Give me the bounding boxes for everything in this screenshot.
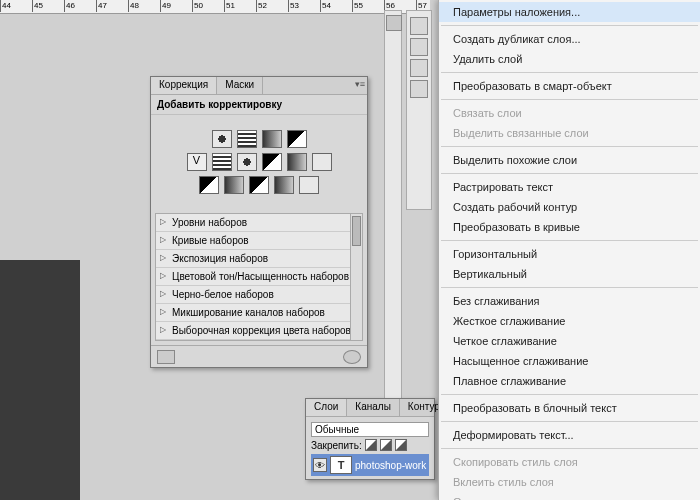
tab-layers[interactable]: Слои (306, 399, 347, 416)
panel-tabs: Коррекция Маски ▾≡ (151, 77, 367, 95)
ruler-tick: 45 (32, 0, 64, 12)
menu-item[interactable]: Без сглаживания (439, 291, 700, 311)
photo-filter-icon[interactable] (287, 153, 307, 171)
adjustments-panel: Коррекция Маски ▾≡ Добавить корректировк… (150, 76, 368, 368)
menu-item[interactable]: Преобразовать в кривые (439, 217, 700, 237)
preset-item[interactable]: Микширование каналов наборов (156, 304, 362, 322)
lock-all-icon[interactable] (395, 439, 407, 451)
history-icon[interactable] (410, 38, 428, 56)
menu-separator (441, 25, 698, 26)
curves-icon[interactable] (262, 130, 282, 148)
horizontal-ruler: 444546474849505152535455565758 (0, 0, 430, 14)
menu-separator (441, 394, 698, 395)
right-tool-strip-wide (406, 10, 432, 210)
levels-icon[interactable] (237, 130, 257, 148)
menu-item[interactable]: Четкое сглаживание (439, 331, 700, 351)
menu-item: Скопировать стиль слоя (439, 452, 700, 472)
selective-color-icon[interactable] (299, 176, 319, 194)
menu-item: Связать слои (439, 103, 700, 123)
layers-panel: Слои Каналы Контур Обычные Закрепить: 👁 … (305, 398, 435, 480)
brushes-icon[interactable] (410, 80, 428, 98)
menu-item: Очистить стиль слоя (439, 492, 700, 500)
preset-item[interactable]: Черно-белое наборов (156, 286, 362, 304)
menu-separator (441, 72, 698, 73)
vibrance-icon[interactable]: V (187, 153, 207, 171)
balance-icon[interactable] (237, 153, 257, 171)
menu-item[interactable]: Создать дубликат слоя... (439, 29, 700, 49)
visibility-eye-icon[interactable]: 👁 (313, 458, 327, 472)
menu-separator (441, 146, 698, 147)
blend-mode-select[interactable]: Обычные (311, 422, 429, 437)
tab-correction[interactable]: Коррекция (151, 77, 217, 94)
ruler-tick: 53 (288, 0, 320, 12)
ruler-tick: 54 (320, 0, 352, 12)
menu-separator (441, 287, 698, 288)
menu-item[interactable]: Деформировать текст... (439, 425, 700, 445)
ruler-tick: 50 (192, 0, 224, 12)
menu-item[interactable]: Горизонтальный (439, 244, 700, 264)
menu-item[interactable]: Удалить слой (439, 49, 700, 69)
ruler-tick: 44 (0, 0, 32, 12)
ruler-tick: 49 (160, 0, 192, 12)
lock-pixels-icon[interactable] (365, 439, 377, 451)
lock-position-icon[interactable] (380, 439, 392, 451)
ruler-tick: 55 (352, 0, 384, 12)
menu-separator (441, 99, 698, 100)
preset-scrollbar[interactable] (350, 214, 362, 340)
ruler-tick: 52 (256, 0, 288, 12)
invert-icon[interactable] (199, 176, 219, 194)
panel-subtitle: Добавить корректировку (151, 95, 367, 115)
ruler-tick: 46 (64, 0, 96, 12)
ruler-tick: 47 (96, 0, 128, 12)
menu-item[interactable]: Вертикальный (439, 264, 700, 284)
menu-separator (441, 421, 698, 422)
layer-name: photoshop-work (355, 460, 426, 471)
menu-item: Выделить связанные слои (439, 123, 700, 143)
menu-item[interactable]: Жесткое сглаживание (439, 311, 700, 331)
ruler-tick: 51 (224, 0, 256, 12)
tab-channels[interactable]: Каналы (347, 399, 400, 416)
menu-item[interactable]: Растрировать текст (439, 177, 700, 197)
menu-item: Вклеить стиль слоя (439, 472, 700, 492)
preset-item[interactable]: Уровни наборов (156, 214, 362, 232)
ruler-tick: 48 (128, 0, 160, 12)
layer-context-menu: Параметры наложения...Создать дубликат с… (438, 0, 700, 500)
adjustment-icon-grid: V (151, 115, 367, 209)
layer-row[interactable]: 👁 T photoshop-work (311, 454, 429, 476)
strip-icon[interactable] (386, 15, 402, 31)
document-area (0, 260, 80, 500)
posterize-icon[interactable] (224, 176, 244, 194)
swatches-icon[interactable] (410, 59, 428, 77)
menu-item[interactable]: Параметры наложения... (439, 2, 700, 22)
preset-item[interactable]: Кривые наборов (156, 232, 362, 250)
gradient-map-icon[interactable] (274, 176, 294, 194)
menu-item[interactable]: Насыщенное сглаживание (439, 351, 700, 371)
hue-icon[interactable] (212, 153, 232, 171)
menu-separator (441, 448, 698, 449)
footer-icon-left[interactable] (157, 350, 175, 364)
menu-item[interactable]: Создать рабочий контур (439, 197, 700, 217)
brightness-icon[interactable] (212, 130, 232, 148)
footer-icon-right[interactable] (343, 350, 361, 364)
panel-menu-icon[interactable]: ▾≡ (355, 79, 365, 89)
bw-icon[interactable] (262, 153, 282, 171)
exposure-icon[interactable] (287, 130, 307, 148)
preset-item[interactable]: Выборочная коррекция цвета наборов (156, 322, 362, 340)
mb-icon[interactable] (410, 17, 428, 35)
lock-label: Закрепить: (311, 440, 362, 451)
threshold-icon[interactable] (249, 176, 269, 194)
tab-masks[interactable]: Маски (217, 77, 263, 94)
menu-item[interactable]: Преобразовать в смарт-объект (439, 76, 700, 96)
panel-footer (151, 345, 367, 367)
preset-list: Уровни наборовКривые наборовЭкспозиция н… (155, 213, 363, 341)
menu-separator (441, 240, 698, 241)
menu-separator (441, 173, 698, 174)
menu-item[interactable]: Плавное сглаживание (439, 371, 700, 391)
menu-item[interactable]: Преобразовать в блочный текст (439, 398, 700, 418)
menu-item[interactable]: Выделить похожие слои (439, 150, 700, 170)
preset-item[interactable]: Экспозиция наборов (156, 250, 362, 268)
text-layer-thumb-icon: T (330, 456, 352, 474)
channel-mixer-icon[interactable] (312, 153, 332, 171)
preset-item[interactable]: Цветовой тон/Насыщенность наборов (156, 268, 362, 286)
